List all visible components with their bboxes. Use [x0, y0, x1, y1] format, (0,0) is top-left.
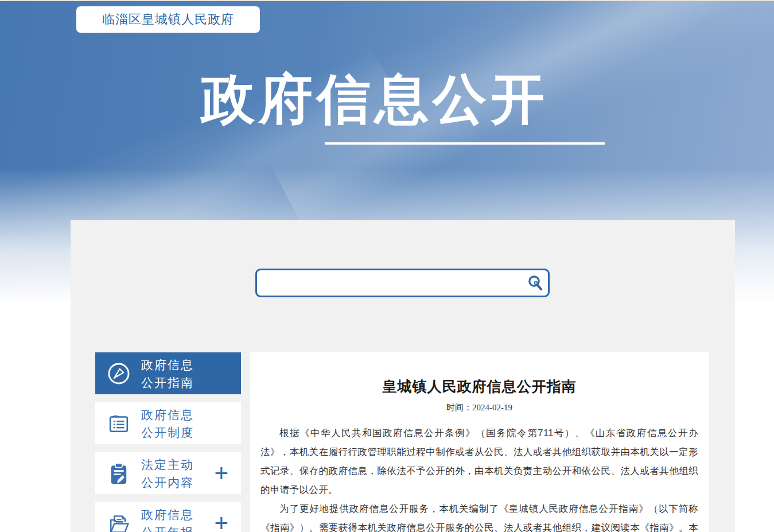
search-box [255, 269, 550, 297]
article-panel: 皇城镇人民政府信息公开指南 时间：2024-02-19 根据《中华人民共和国政府… [250, 352, 709, 532]
sidebar-item-label: 政府信息 公开指南 [141, 356, 194, 391]
folder-icon [106, 510, 132, 532]
sidebar-item-annual-report[interactable]: 政府信息 公开年报 + [95, 502, 241, 532]
search-icon [527, 274, 544, 292]
title-underline [325, 142, 605, 145]
sidebar-item-statutory-disclosure[interactable]: 法定主动 公开内容 + [95, 452, 241, 494]
expander-plus-icon[interactable]: + [214, 461, 241, 486]
book-icon [106, 410, 132, 437]
search-button[interactable] [523, 270, 548, 296]
date-value: 2024-02-19 [472, 403, 512, 412]
article-paragraph: 为了更好地提供政府信息公开服务，本机关编制了《皇城镇人民政府信息公开指南》（以下… [260, 499, 698, 532]
site-name-badge[interactable]: 临淄区皇城镇人民政府 [76, 6, 260, 33]
article-date: 时间：2024-02-19 [260, 402, 698, 413]
sidebar-item-gov-info-system[interactable]: 政府信息 公开制度 [95, 402, 241, 444]
expander-plus-icon[interactable]: + [214, 511, 241, 532]
site-name-label: 临淄区皇城镇人民政府 [102, 11, 234, 28]
sidebar-item-label: 政府信息 公开制度 [141, 406, 194, 441]
article-body: 根据《中华人民共和国政府信息公开条例》（国务院令第711号）、《山东省政府信息公… [260, 424, 698, 532]
compass-icon [106, 360, 132, 387]
sidebar-nav: 政府信息 公开指南 政府信息 公开制度 [95, 352, 241, 532]
sidebar-item-label: 政府信息 公开年报 [141, 506, 194, 532]
sidebar-item-gov-info-guide[interactable]: 政府信息 公开指南 [95, 352, 241, 394]
date-label: 时间： [446, 403, 472, 412]
article-title: 皇城镇人民政府信息公开指南 [260, 378, 698, 395]
article-paragraph: 根据《中华人民共和国政府信息公开条例》（国务院令第711号）、《山东省政府信息公… [260, 424, 698, 499]
search-input[interactable] [257, 270, 523, 296]
page-title: 政府信息公开 [201, 63, 579, 136]
clipboard-icon [106, 460, 132, 487]
sidebar-item-label: 法定主动 公开内容 [141, 456, 194, 491]
page: 临淄区皇城镇人民政府 政府信息公开 [0, 0, 774, 532]
